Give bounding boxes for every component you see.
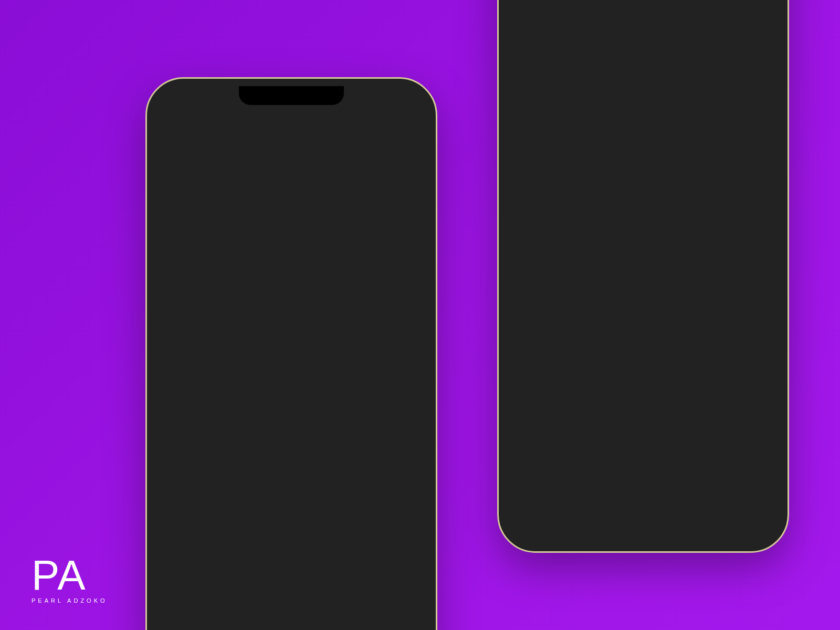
task-label: Label Name: Phase 3 (530, 293, 757, 302)
svg-point-1 (321, 210, 327, 216)
task-name: Create a moodboard for Ama (549, 206, 711, 219)
activity-icon (314, 203, 334, 223)
description-text: Design a visually striking brochure to r… (520, 129, 766, 166)
task-checkbox[interactable] (530, 207, 541, 219)
task-label: Label Name: Phase 2 (178, 531, 405, 540)
task-card[interactable]: Conduct a usability Test for the first p… (520, 251, 766, 311)
project-hero-image (520, 0, 766, 34)
stat-active-label: Active (341, 215, 363, 224)
task-date: Jan 09,2023 (719, 327, 757, 335)
task-card[interactable]: Design a high-fidelity wireframeJan 09,2… (520, 318, 766, 365)
phone-mockup-home: Hey, Pearl You've got 10 task today. Rea… (147, 79, 436, 630)
projects-heading: Projects (168, 296, 214, 310)
calendar-icon (180, 354, 189, 364)
phone-notch (239, 86, 344, 105)
bookmark-icon (520, 96, 529, 104)
progress-label: Progress (375, 418, 408, 427)
svg-rect-3 (181, 356, 188, 362)
phone-mockup-detail: Design work for the NGO in Kumasi. Creat… (499, 0, 788, 551)
status-badge: Active (724, 66, 766, 80)
task-label: Label Name: Phase 2 (530, 226, 757, 235)
task-date: Jan 09,2023 (719, 260, 757, 268)
notification-bell-icon[interactable] (401, 119, 415, 133)
task-checkbox[interactable] (530, 261, 541, 273)
task-icon (578, 96, 586, 104)
svg-point-0 (184, 209, 192, 217)
project-card-title: Design work for the NGO in Kumasi. (180, 330, 408, 345)
task-name: Design a low-fidelity wireframe (549, 381, 711, 394)
category-value: Technology (559, 79, 598, 88)
stat-completed-value: 100 (178, 244, 288, 256)
view-all-link[interactable]: View All (384, 298, 415, 308)
project-title: Design work for the NGO in Kumasi. (520, 43, 766, 58)
notification-dot (410, 119, 414, 123)
project-card-peek[interactable]: DK "D ra to 60 (427, 318, 428, 466)
greeting: Hey, Pearl (168, 147, 415, 163)
tasks-chip[interactable]: 10 Tasks (578, 96, 622, 104)
labels-chip[interactable]: 3 Labels (520, 96, 563, 104)
task-date: Jan 09,2023 (367, 511, 405, 519)
x-circle-icon (314, 250, 334, 270)
stat-active-value: 50 (341, 202, 363, 214)
project-card-date: Jan 09,2023 (193, 354, 239, 364)
created-on-value: Jan 09,2023 (566, 66, 610, 75)
brand-logo: PA PEARL ADZOKO (32, 556, 108, 604)
task-label: Label Name: Phase 3 (530, 347, 757, 356)
task-checkbox[interactable] (178, 512, 190, 523)
stat-completed-label: Completed (178, 257, 288, 266)
task-name: Create a moodboard for Ama (197, 511, 360, 523)
stat-cancelled-value: 10 (341, 249, 376, 261)
task-card[interactable]: Design a low-fidelity wireframeJan 09,20… (520, 372, 766, 403)
task-checkbox[interactable] (530, 328, 541, 340)
task-card[interactable]: Create a moodboard for AmaJan 09,2023Lab… (520, 197, 766, 244)
task-name: Conduct a usability Test for the first p… (549, 260, 711, 286)
stat-cancelled[interactable]: 10 Cancelled (305, 240, 415, 280)
progress-percent: 60% (180, 418, 196, 427)
project-card-desc: "Design a visually striking brochure to … (180, 373, 408, 398)
todays-task-heading: Today's Task (168, 481, 415, 495)
task-name: Design a high-fidelity wireframe (549, 327, 711, 340)
project-card[interactable]: Design work for the NGO in Kumasi. Jan 0… (168, 318, 420, 466)
category-label: Category: (520, 79, 556, 88)
created-on-label: Created on: (520, 66, 563, 75)
task-card[interactable]: Create a moodboard for Ama Jan 09,2023 L… (168, 502, 415, 549)
progress-bar (180, 410, 408, 413)
description-heading: Project Description (520, 115, 766, 125)
task-date: Jan 09,2023 (719, 206, 757, 214)
stat-cancelled-label: Cancelled (341, 262, 376, 271)
stat-active[interactable]: 50 Active (305, 193, 415, 233)
stat-completed[interactable]: 100 Completed (168, 193, 298, 280)
avatar[interactable] (168, 116, 189, 136)
task-date: Jan 09,2023 (719, 381, 757, 389)
subgreeting: You've got 10 task today. Ready? (168, 167, 415, 178)
task-checkbox[interactable] (530, 382, 541, 394)
check-circle-icon (178, 203, 198, 223)
project-task-heading: Project Task (520, 178, 766, 190)
